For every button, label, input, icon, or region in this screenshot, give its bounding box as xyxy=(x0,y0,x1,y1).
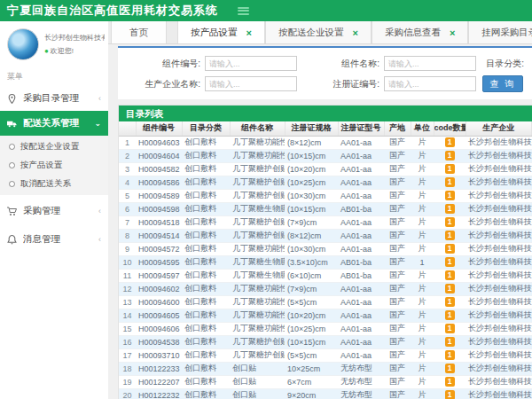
cell-registration-spec: (10×25)cm xyxy=(285,176,338,189)
table-row[interactable]: 20 H00122232 创口敷料 创口贴 9×20cm 无纺布型 国产 片 1… xyxy=(119,388,532,399)
cell-row-number: 7 xyxy=(119,215,136,229)
code-count-badge[interactable]: 1 xyxy=(445,151,455,160)
cell-catalog-category: 创口敷料 xyxy=(182,202,230,215)
sidebar-item-set-by-delivery-enterprise[interactable]: 按配送企业设置 xyxy=(0,137,108,156)
table-row[interactable]: 10 H00094595 创口敷料 几丁聚糖生物膜 (3.5×10)cm AB0… xyxy=(119,255,532,269)
cell-code-count: 1 xyxy=(434,348,466,362)
table-row[interactable]: 18 H00122233 创口敷料 创口贴 10×25cm 无纺布型 国产 片 … xyxy=(119,362,532,375)
sidebar-item-catalog-management[interactable]: 采购目录管理 ‹ xyxy=(0,86,108,111)
tab-set-by-delivery-enterprise[interactable]: 按配送企业设置 × xyxy=(265,21,372,43)
sidebar-toggle-icon[interactable] xyxy=(238,7,249,15)
cell-row-number: 17 xyxy=(119,348,136,362)
chevron-down-icon: ⌄ xyxy=(94,119,101,128)
code-count-badge[interactable]: 1 xyxy=(445,324,455,333)
table-row[interactable]: 2 H00094604 创口敷料 几丁聚糖功能性护 (10×15)cm AA01… xyxy=(119,149,532,162)
query-button[interactable]: 查 询 xyxy=(482,75,523,92)
cell-unit: 片 xyxy=(411,176,434,189)
code-count-badge[interactable]: 1 xyxy=(445,284,455,293)
tab-close-icon[interactable]: × xyxy=(450,27,455,38)
code-count-badge[interactable]: 1 xyxy=(445,270,455,280)
table-row[interactable]: 5 H00094589 创口敷料 几丁聚糖护创贴 ( (10×30)cm AA0… xyxy=(119,189,532,202)
code-count-badge[interactable]: 1 xyxy=(445,310,455,320)
code-count-badge[interactable]: 1 xyxy=(445,217,455,227)
code-count-badge[interactable]: 1 xyxy=(445,244,455,254)
table-header-row: 组件编号 目录分类 组件名称 注册证规格 注册证型号 产地 单位 code数量 … xyxy=(119,121,532,136)
table-row[interactable]: 1 H00094603 创口敷料 几丁聚糖功能性护 (8×12)cm AA01-… xyxy=(119,136,532,149)
code-count-badge[interactable]: 1 xyxy=(445,377,455,387)
cell-row-number: 1 xyxy=(119,136,136,149)
code-count-badge[interactable]: 1 xyxy=(445,350,455,360)
sidebar-item-set-by-product[interactable]: 按产品设置 xyxy=(0,156,108,175)
sidebar-item-cancel-delivery-relation[interactable]: 取消配送关系 xyxy=(0,175,108,193)
cell-component-code: H00094598 xyxy=(136,202,182,215)
cell-component-name: 几丁聚糖护创贴 ( xyxy=(230,348,285,362)
cell-origin: 国产 xyxy=(384,229,411,242)
code-count-badge[interactable]: 1 xyxy=(445,137,455,147)
table-row[interactable]: 6 H00094598 创口敷料 几丁聚糖生物膜 (10×15)cm AB01-… xyxy=(119,202,532,215)
sidebar: 长沙邦创生物科技有限公司 ● 欢迎您! 菜单 采购目录管理 ‹ xyxy=(0,21,108,399)
cell-unit: 片 xyxy=(411,269,434,282)
sidebar-item-label: 采购目录管理 xyxy=(23,92,98,105)
code-count-badge[interactable]: 1 xyxy=(445,297,455,307)
tab-listed-procurement-catalog[interactable]: 挂网采购目录 × xyxy=(468,21,532,43)
col-row-number xyxy=(119,121,136,136)
registration-number-input[interactable] xyxy=(384,76,476,91)
code-count-badge[interactable]: 1 xyxy=(445,231,455,240)
cell-unit: 片 xyxy=(411,215,434,229)
table-row[interactable]: 4 H00094586 创口敷料 几丁聚糖护创贴 ( (10×25)cm AA0… xyxy=(119,176,532,189)
table-row[interactable]: 13 H00094600 创口敷料 几丁聚糖功能性护 (5×5)cm AA01-… xyxy=(119,295,532,309)
cell-catalog-category: 创口敷料 xyxy=(182,295,230,309)
table-row[interactable]: 16 H00094538 创口敷料 几丁聚糖护创贴 ( (10×15)cm AA… xyxy=(119,335,532,348)
table-row[interactable]: 15 H00094606 创口敷料 几丁聚糖功能性护 (10×25)cm AA0… xyxy=(119,322,532,335)
cell-registration-model: AA01-aa xyxy=(338,229,384,242)
code-count-badge[interactable]: 1 xyxy=(445,364,455,373)
cell-manufacturer: 长沙邦创生物科技有限 xyxy=(466,202,532,215)
table-row[interactable]: 7 H00094518 创口敷料 几丁聚糖护创贴 ( (7×9)cm AA01-… xyxy=(119,215,532,229)
cell-registration-model: AB01-ba xyxy=(338,269,384,282)
tab-home[interactable]: 首页 xyxy=(111,21,167,43)
code-count-badge[interactable]: 1 xyxy=(445,177,455,187)
manufacturer-name-label: 生产企业名称: xyxy=(130,78,205,90)
sidebar-item-procurement-management[interactable]: 采购管理 ‹ xyxy=(0,199,108,223)
table-row[interactable]: 14 H00094605 创口敷料 几丁聚糖功能性护 (10×20)cm AA0… xyxy=(119,309,532,322)
cell-origin: 国产 xyxy=(384,176,411,189)
table-row[interactable]: 17 H00093710 创口敷料 几丁聚糖护创贴 ( (5×5)cm AA01… xyxy=(119,348,532,362)
component-name-input[interactable] xyxy=(384,56,476,71)
cell-registration-spec: (5×5)cm xyxy=(285,348,338,362)
app-header: 宁夏回族自治区高值医用耗材交易系统 xyxy=(0,0,532,21)
tab-content: 组件编号: 组件名称: 目录分类: 生产企业名称: 注册证编号: xyxy=(108,44,532,399)
cell-origin: 国产 xyxy=(384,202,411,215)
code-count-badge[interactable]: 1 xyxy=(445,337,455,347)
table-row[interactable]: 12 H00094602 创口敷料 几丁聚糖功能性护 (7×9)cm AA01-… xyxy=(119,282,532,295)
delivery-relations-submenu: 按配送企业设置 按产品设置 取消配送关系 xyxy=(0,136,108,195)
cell-catalog-category: 创口敷料 xyxy=(182,269,230,282)
code-count-badge[interactable]: 1 xyxy=(445,390,455,399)
table-row[interactable]: 8 H00094514 创口敷料 几丁聚糖护创贴 ( (8×12)cm AA01… xyxy=(119,229,532,242)
code-count-badge[interactable]: 1 xyxy=(445,257,455,267)
cell-unit: 片 xyxy=(411,348,434,362)
tab-close-icon[interactable]: × xyxy=(246,27,252,38)
cell-component-code: H00122233 xyxy=(136,362,182,375)
table-row[interactable]: 9 H00094572 创口敷料 几丁聚糖功能性护 (10×30)cm AA01… xyxy=(119,242,532,255)
code-count-badge[interactable]: 1 xyxy=(445,204,455,214)
cell-code-count: 1 xyxy=(434,335,466,348)
tab-bar: 首页 按产品设置 × 按配送企业设置 × 采购信息查看 × 挂网采购目录 × xyxy=(108,21,532,44)
cell-manufacturer: 长沙邦创生物科技有限 xyxy=(466,362,532,375)
tab-close-icon[interactable]: × xyxy=(352,27,357,38)
manufacturer-name-input[interactable] xyxy=(205,76,297,91)
component-code-input[interactable] xyxy=(205,56,297,71)
tab-set-by-product[interactable]: 按产品设置 × xyxy=(177,21,265,43)
table-row[interactable]: 3 H00094582 创口敷料 几丁聚糖护创贴 ( (10×20)cm AA0… xyxy=(119,162,532,176)
cell-component-name: 创口贴 xyxy=(230,388,285,399)
cell-code-count: 1 xyxy=(434,189,466,202)
sidebar-item-message-management[interactable]: 消息管理 ‹ xyxy=(0,227,108,252)
cell-manufacturer: 长沙邦创生物科技有限 xyxy=(466,255,532,269)
code-count-badge[interactable]: 1 xyxy=(445,191,455,200)
table-row[interactable]: 11 H00094597 创口敷料 几丁聚糖生物膜 (6×10)cm AB01-… xyxy=(119,269,532,282)
table-row[interactable]: 19 H00122207 创口敷料 创口贴 6×7cm 无纺布型 国产 片 1 … xyxy=(119,375,532,388)
cell-catalog-category: 创口敷料 xyxy=(182,362,230,375)
cell-row-number: 19 xyxy=(119,375,136,388)
tab-procurement-info-view[interactable]: 采购信息查看 × xyxy=(372,21,468,43)
code-count-badge[interactable]: 1 xyxy=(445,164,455,174)
sidebar-item-delivery-relations[interactable]: 配送关系管理 ⌄ xyxy=(0,111,108,136)
